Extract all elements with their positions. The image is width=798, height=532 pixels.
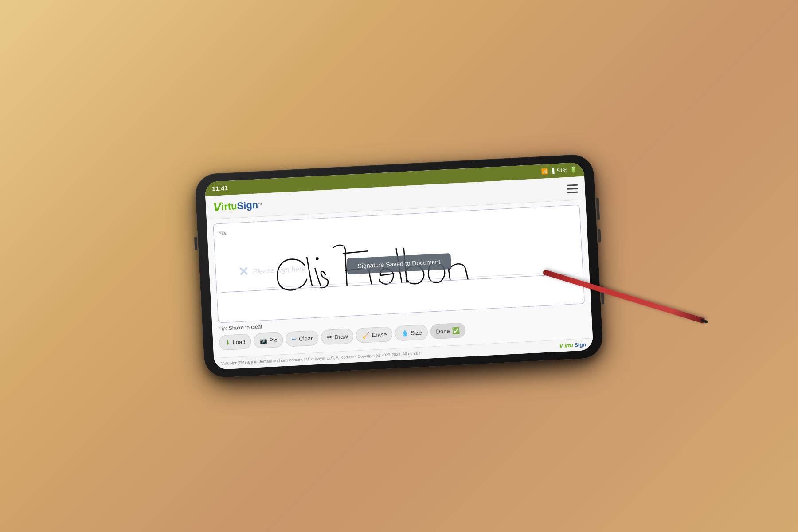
status-icons: 📶 ▐ 51% 🔋 [541,167,577,175]
phone-container: 11:41 📶 ▐ 51% 🔋 V irtu Sign ™ [195,154,604,378]
app-logo: V irtu Sign ™ [213,198,262,215]
erase-icon: 🧹 [362,332,370,339]
footer-logo: V irtu Sign [559,341,587,349]
erase-button[interactable]: 🧹 Erase [356,326,393,343]
phone-screen: 11:41 📶 ▐ 51% 🔋 V irtu Sign ™ [204,162,593,370]
pic-button[interactable]: 📷 Pic [253,332,283,348]
logo-v-letter: V [213,200,222,215]
battery-indicator: 51% [557,167,568,174]
load-button[interactable]: ⬇ Load [219,334,252,351]
footer-logo-v: V [559,343,563,349]
phone-body: 11:41 📶 ▐ 51% 🔋 V irtu Sign ™ [195,154,604,378]
hamburger-line-2 [567,188,578,189]
table-surface: 11:41 📶 ▐ 51% 🔋 V irtu Sign ™ [0,0,798,532]
signature-box[interactable]: ✎ ✕ Please sign here [213,204,585,323]
clear-icon: ↩ [291,335,297,343]
bixby-button [598,229,601,242]
signal-icon: ▐ [550,168,554,174]
clear-label: Clear [299,335,313,342]
stylus-tip [700,319,708,323]
draw-button[interactable]: ✏ Draw [321,329,354,345]
load-icon: ⬇ [225,339,231,346]
done-icon: ✅ [452,327,460,334]
done-button[interactable]: Done ✅ [430,322,466,339]
size-label: Size [411,329,422,336]
hamburger-menu[interactable] [567,184,578,193]
footer-logo-sign: Sign [575,341,587,348]
hamburger-line-3 [567,191,578,193]
signature-area: ✎ ✕ Please sign here [207,200,593,358]
load-label: Load [232,338,246,345]
draw-label: Draw [334,333,348,340]
erase-label: Erase [372,331,387,338]
logo-tm: ™ [258,203,262,207]
volume-button [194,237,198,250]
done-label: Done [436,328,450,335]
logo-sign-text: Sign [237,199,258,211]
hamburger-line-1 [567,184,578,186]
clear-button[interactable]: ↩ Clear [285,330,319,347]
battery-icon: 🔋 [570,167,577,173]
status-time: 11:41 [212,184,228,192]
size-button[interactable]: 💧 Size [395,325,428,341]
pic-icon: 📷 [259,337,267,344]
draw-icon: ✏ [327,333,332,341]
svg-point-1 [316,257,319,260]
pic-label: Pic [269,336,278,344]
wifi-icon: 📶 [541,168,548,175]
size-icon: 💧 [401,329,409,337]
svg-line-0 [267,274,540,288]
power-button [596,198,600,220]
logo-irtu-text: irtu [221,200,237,213]
footer-logo-irtu: irtu [564,342,573,349]
